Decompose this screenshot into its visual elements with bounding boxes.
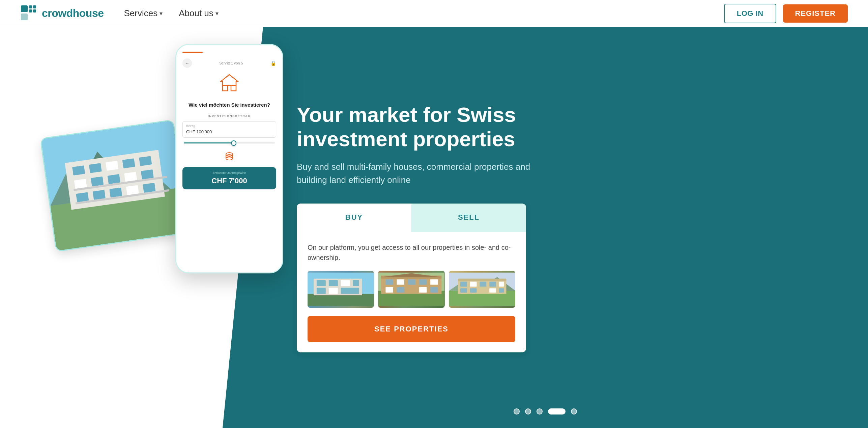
card-body: On our platform, you get access to all o… [297,232,526,352]
svg-rect-59 [430,287,438,293]
phone-frame: ← Schritt 1 von 5 🔒 [175,44,283,273]
property-image-2 [378,271,444,308]
svg-rect-74 [499,288,504,293]
dot-5[interactable] [571,408,577,414]
svg-rect-15 [122,158,135,168]
logo-link[interactable]: crowdhouse [20,5,104,22]
svg-rect-56 [386,287,393,293]
buy-sell-card: BUY SELL On our platform, you get access… [297,204,526,352]
nav-about[interactable]: About us ▾ [179,8,219,19]
hero-left: ← Schritt 1 von 5 🔒 [0,27,223,428]
svg-rect-2 [33,5,36,8]
about-chevron-icon: ▾ [215,10,219,17]
svg-rect-67 [470,282,476,286]
nav-services[interactable]: Services ▾ [124,8,163,19]
property-image-3 [449,271,515,308]
phone-screen: ← Schritt 1 von 5 🔒 [176,45,282,272]
slider-fill [184,142,234,143]
svg-rect-44 [329,288,338,294]
svg-rect-65 [458,278,507,281]
svg-rect-52 [397,279,404,285]
pagination-dots [514,408,577,414]
svg-rect-72 [470,288,476,293]
card-description: On our platform, you get access to all o… [308,242,515,263]
building-card [40,119,189,252]
slider-thumb [231,140,236,146]
svg-rect-24 [109,187,122,197]
amount-value: CHF 100'000 [186,129,212,134]
about-label: About us [179,8,213,19]
svg-rect-25 [126,185,139,195]
navbar: crowdhouse Services ▾ About us ▾ LOG IN … [0,0,868,27]
svg-rect-58 [419,287,427,293]
svg-rect-69 [489,282,496,286]
svg-rect-4 [33,9,36,12]
svg-rect-22 [76,192,89,202]
svg-rect-21 [141,169,154,180]
svg-rect-12 [72,165,85,176]
nav-links: Services ▾ About us ▾ [124,8,724,19]
svg-rect-1 [29,5,32,8]
phone-progress-bar [182,52,203,53]
phone-top-bar: ← Schritt 1 von 5 🔒 [182,58,276,68]
svg-rect-51 [386,279,393,285]
svg-rect-41 [341,280,350,286]
svg-rect-70 [499,282,504,286]
svg-rect-42 [353,280,359,286]
svg-rect-40 [329,280,338,286]
slider-container[interactable] [182,142,276,143]
svg-rect-13 [89,163,102,173]
tab-sell[interactable]: SELL [411,204,526,232]
see-properties-button[interactable]: SEE PROPERTIES [308,316,515,342]
result-value: CHF 7'000 [187,177,271,185]
hero-title: Your market for Swiss investment propert… [297,103,553,151]
svg-rect-57 [397,287,404,293]
svg-rect-0 [21,5,28,12]
tab-buy[interactable]: BUY [297,204,411,232]
dot-1[interactable] [514,408,520,414]
hero-section: ← Schritt 1 von 5 🔒 [0,27,868,428]
svg-rect-73 [489,288,496,293]
step-text: Schritt 1 von 5 [219,61,243,65]
dot-2[interactable] [525,408,531,414]
nav-actions: LOG IN REGISTER [724,4,848,23]
svg-rect-66 [460,282,467,286]
register-button[interactable]: REGISTER [783,4,848,23]
svg-rect-39 [317,280,326,286]
amount-input[interactable]: Betrag CHF 100'000 [182,121,276,138]
services-chevron-icon: ▾ [160,10,163,17]
svg-rect-54 [419,279,427,285]
property-images [308,271,515,308]
svg-rect-26 [143,183,155,193]
hero-right: Your market for Swiss investment propert… [223,27,868,428]
result-label: Erwarteter Jahresgewinn [187,171,271,175]
hero-subtitle: Buy and sell multi-family houses, commer… [297,160,553,187]
svg-rect-71 [460,288,467,293]
investment-label: INVESTITIONSBETRAG [182,114,276,118]
dot-4-active[interactable] [548,408,566,414]
amount-label: Betrag [186,124,272,128]
svg-rect-5 [21,14,28,20]
building-image [41,121,189,251]
svg-rect-19 [108,174,120,184]
house-icon-area [182,72,276,97]
login-button[interactable]: LOG IN [724,4,776,23]
house-icon [218,72,241,96]
svg-rect-53 [408,279,415,285]
hero-content: Your market for Swiss investment propert… [297,103,553,352]
dot-3[interactable] [537,408,543,414]
svg-rect-37 [308,294,374,306]
tabs-row: BUY SELL [297,204,526,232]
services-label: Services [124,8,157,19]
svg-rect-16 [139,156,152,166]
svg-rect-23 [93,190,106,200]
back-button[interactable]: ← [182,58,192,68]
logo-text: crowdhouse [42,7,104,20]
slider-track [184,142,275,143]
property-image-1 [308,271,374,308]
result-card: Erwarteter Jahresgewinn CHF 7'000 [182,167,276,189]
phone-question: Wie viel möchten Sie investieren? [182,102,276,108]
svg-rect-14 [106,161,118,171]
building-svg [41,121,189,251]
coin-icon [223,149,235,161]
